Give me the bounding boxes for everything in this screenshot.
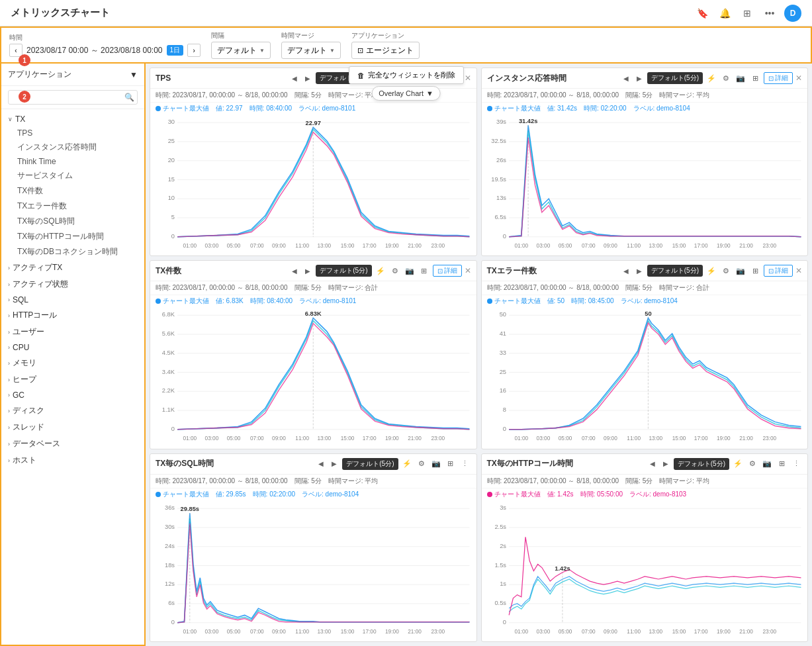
tree-group-thread[interactable]: › スレッド <box>1 419 144 436</box>
svg-text:19:00: 19:00 <box>385 629 399 635</box>
tree-item-tx-count[interactable]: TX件数 <box>1 183 144 199</box>
more-icon[interactable]: ••• <box>762 5 778 21</box>
chart-next-sql[interactable]: ▶ <box>329 459 339 469</box>
txc-settings-icon[interactable]: ⚙ <box>389 265 401 277</box>
svg-text:21:00: 21:00 <box>739 243 753 249</box>
svg-text:23:00: 23:00 <box>762 629 776 635</box>
tree-group-active-state[interactable]: › アクティブ状態 <box>1 276 144 293</box>
svg-text:03:00: 03:00 <box>205 243 219 249</box>
http-camera-icon[interactable]: 📷 <box>761 458 773 470</box>
sql-settings-icon[interactable]: ⚙ <box>416 458 428 470</box>
tree-group-sql[interactable]: › SQL <box>1 293 144 307</box>
tree-group-host[interactable]: › ホスト <box>1 452 144 469</box>
svg-text:50: 50 <box>499 312 506 318</box>
txe-camera-icon[interactable]: 📷 <box>735 265 746 277</box>
chart-next-http[interactable]: ▶ <box>660 459 671 469</box>
chart-prev-http[interactable]: ◀ <box>647 459 658 469</box>
tps-close-btn[interactable]: ✕ <box>465 73 471 83</box>
app-selector[interactable]: アプリケーション ▼ <box>1 64 144 86</box>
ir-detail-btn[interactable]: ⊡ 詳細 <box>764 72 793 84</box>
delete-widget-btn[interactable]: 🗑 完全なウィジェットを削除 <box>349 66 464 84</box>
tree-group-gc[interactable]: › GC <box>1 388 144 402</box>
ir-camera-icon[interactable]: 📷 <box>735 72 746 84</box>
svg-text:07:00: 07:00 <box>250 436 264 441</box>
chart-prev-sql[interactable]: ◀ <box>316 459 326 469</box>
search-icon[interactable]: 🔍 <box>124 93 134 102</box>
txe-detail-btn[interactable]: ⊡ 詳細 <box>764 265 793 277</box>
avatar[interactable]: D <box>784 5 801 22</box>
margin-value: デフォルト <box>287 45 327 56</box>
txc-camera-icon[interactable]: 📷 <box>404 265 416 277</box>
user-label: ユーザー <box>13 326 44 338</box>
chart-prev-txe[interactable]: ◀ <box>621 265 631 276</box>
svg-text:6s: 6s <box>168 600 175 606</box>
date-next-btn[interactable]: › <box>187 44 201 57</box>
ir-close-btn[interactable]: ✕ <box>795 73 802 83</box>
tree-group-database[interactable]: › データベース <box>1 436 144 452</box>
txe-close-btn[interactable]: ✕ <box>795 266 802 275</box>
tree-item-think-time[interactable]: Think Time <box>1 155 144 168</box>
tree-group-tx-header[interactable]: ∨ TX <box>1 112 144 126</box>
interval-dropdown[interactable]: デフォルト ▼ <box>211 42 271 59</box>
ir-table-icon[interactable]: ⊞ <box>749 72 761 84</box>
chart-prev-tps[interactable]: ◀ <box>289 73 300 83</box>
svg-text:2.2K: 2.2K <box>162 388 175 394</box>
txc-detail-btn[interactable]: ⊡ 詳細 <box>433 265 462 277</box>
tree-item-tx-db[interactable]: TX毎のDBコネクション時間 <box>1 244 144 259</box>
svg-text:11:00: 11:00 <box>295 629 309 635</box>
tree-group-heap[interactable]: › ヒープ <box>1 371 144 388</box>
svg-text:15:00: 15:00 <box>341 243 355 249</box>
tree-group-memory[interactable]: › メモリ <box>1 355 144 371</box>
tree-group-active-tx[interactable]: › アクティブTX <box>1 259 144 276</box>
ir-settings-icon[interactable]: ⚙ <box>720 72 732 84</box>
ir-filter-icon[interactable]: ⚡ <box>705 72 717 84</box>
http-call-chevron: › <box>8 312 10 319</box>
http-more-icon[interactable]: ⋮ <box>790 458 802 470</box>
ir-meta: 時間: 2023/08/17, 00:00:00 ～ 8/18, 00:00:0… <box>482 89 808 103</box>
chart-next-ir[interactable]: ▶ <box>634 73 645 83</box>
tree-group-cpu[interactable]: › CPU <box>1 340 144 355</box>
sql-more-icon[interactable]: ⋮ <box>459 458 471 470</box>
svg-text:0: 0 <box>171 618 175 625</box>
txe-table-icon[interactable]: ⊞ <box>749 265 761 277</box>
http-settings-icon[interactable]: ⚙ <box>746 458 758 470</box>
txc-close-btn[interactable]: ✕ <box>465 266 471 275</box>
svg-text:23:00: 23:00 <box>431 629 445 635</box>
sql-table-icon[interactable]: ⊞ <box>445 458 457 470</box>
layout-icon[interactable]: ⊞ <box>739 5 755 21</box>
bookmark-icon[interactable]: 🔖 <box>694 5 710 21</box>
tree-group-user[interactable]: › ユーザー <box>1 324 144 340</box>
txe-peak-dot <box>487 299 492 304</box>
svg-text:24s: 24s <box>165 542 175 549</box>
chart-next-tps[interactable]: ▶ <box>302 73 313 83</box>
chart-next-txe[interactable]: ▶ <box>634 265 645 276</box>
tree-item-tx-error[interactable]: TXエラー件数 <box>1 199 144 214</box>
tree-item-tps[interactable]: TPS <box>1 126 144 140</box>
http-table-icon[interactable]: ⊞ <box>776 458 788 470</box>
txe-filter-icon[interactable]: ⚡ <box>705 265 717 277</box>
tree-item-tx-sql[interactable]: TX毎のSQL時間 <box>1 214 144 229</box>
svg-text:10: 10 <box>168 195 175 201</box>
svg-text:50: 50 <box>645 311 651 318</box>
tree-item-service-time[interactable]: サービスタイム <box>1 168 144 183</box>
chart-prev-ir[interactable]: ◀ <box>621 73 631 83</box>
overlay-chart-btn[interactable]: Overlay Chart ▼ <box>371 86 441 101</box>
sql-filter-icon[interactable]: ⚡ <box>401 458 413 470</box>
svg-text:17:00: 17:00 <box>694 629 707 635</box>
agent-dropdown[interactable]: ⊡ エージェント <box>351 42 420 59</box>
tree-item-tx-http[interactable]: TX毎のHTTPコール時間 <box>1 229 144 244</box>
bell-icon[interactable]: 🔔 <box>717 5 733 21</box>
sql-camera-icon[interactable]: 📷 <box>430 458 442 470</box>
txc-filter-icon[interactable]: ⚡ <box>375 265 386 277</box>
margin-dropdown[interactable]: デフォルト ▼ <box>281 42 341 59</box>
http-filter-icon[interactable]: ⚡ <box>732 458 744 470</box>
tree-group-disk[interactable]: › ディスク <box>1 402 144 419</box>
tree-group-http-call[interactable]: › HTTPコール <box>1 307 144 324</box>
tree-item-instance-response[interactable]: インスタンス応答時間 <box>1 140 144 155</box>
svg-text:13:00: 13:00 <box>649 436 662 441</box>
chart-prev-txc[interactable]: ◀ <box>289 265 300 276</box>
txe-settings-icon[interactable]: ⚙ <box>720 265 732 277</box>
disk-chevron: › <box>8 408 10 414</box>
txc-table-icon[interactable]: ⊞ <box>418 265 430 277</box>
chart-next-txc[interactable]: ▶ <box>302 265 313 276</box>
